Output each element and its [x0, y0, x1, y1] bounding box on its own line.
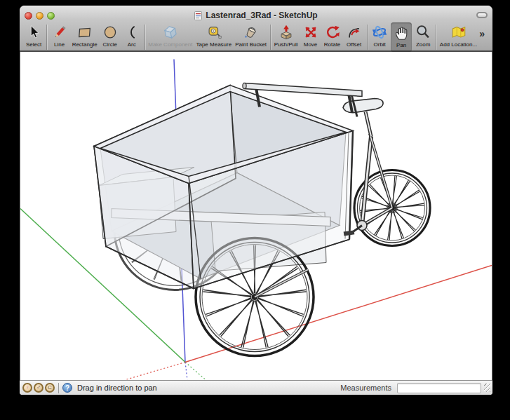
tool-label: Paint Bucket — [235, 41, 267, 48]
magnifier-icon — [414, 23, 432, 41]
orbit-icon — [370, 23, 389, 41]
axis-red-dotted — [126, 363, 185, 380]
pencil-icon — [51, 23, 69, 41]
bicycle-rear — [343, 99, 430, 246]
tool-pan[interactable]: Pan — [391, 22, 412, 52]
tool-label: Line — [54, 41, 65, 48]
measurements-label: Measurements — [340, 384, 391, 392]
tool-line[interactable]: Line — [49, 22, 70, 53]
tool-rectangle[interactable]: Rectangle — [71, 22, 99, 53]
tool-label: Offset — [347, 41, 361, 48]
pan-hand-icon — [392, 24, 410, 41]
statusbar-divider — [58, 383, 59, 393]
tool-zoom[interactable]: Zoom — [412, 22, 434, 53]
status-hint-text: Drag in direction to pan — [77, 384, 157, 392]
help-icon[interactable]: ? — [62, 383, 72, 393]
tool-label: Rotate — [324, 41, 341, 48]
tool-label: Zoom — [416, 41, 430, 48]
select-cursor-icon — [25, 23, 43, 41]
tool-offset[interactable]: Offset — [344, 22, 365, 53]
status-coin-icon-3[interactable]: C — [45, 383, 55, 393]
toolbar: Select Line Rectangle Circle — [20, 22, 492, 53]
window-title: Lastenrad_3Rad - SketchUp — [194, 8, 317, 20]
tool-move[interactable]: Move — [300, 22, 321, 53]
tool-label: Push/Pull — [274, 41, 298, 48]
axis-blue-dotted — [185, 363, 187, 380]
toolbar-separator — [46, 25, 47, 50]
tool-arc[interactable]: Arc — [121, 22, 142, 53]
tool-label: Circle — [102, 41, 116, 48]
tool-label: Rectangle — [72, 41, 98, 48]
map-location-icon — [450, 23, 468, 41]
status-coin-icon-1[interactable]: ♀ — [22, 383, 32, 393]
status-coin-icon-2[interactable]: ♂ — [34, 383, 43, 393]
push-pull-icon — [277, 23, 295, 41]
offset-arrow-icon — [345, 23, 363, 41]
minimize-button[interactable] — [36, 12, 43, 20]
axis-green-dotted — [185, 363, 206, 380]
toolbar-overflow-chevron[interactable]: » — [479, 28, 489, 46]
tool-paint-bucket[interactable]: Paint Bucket — [234, 22, 268, 53]
rotate-arrows-icon — [323, 23, 342, 41]
resize-grip[interactable] — [484, 384, 490, 392]
arc-icon — [123, 23, 141, 41]
tool-label: Orbit — [374, 41, 386, 48]
window-chrome: Lastenrad_3Rad - SketchUp Select Line — [20, 6, 492, 52]
model-viewport[interactable] — [20, 52, 492, 380]
tool-make-component[interactable]: Make Component — [147, 22, 194, 53]
tool-add-location[interactable]: Add Location... — [438, 22, 478, 53]
sketchup-window: Lastenrad_3Rad - SketchUp Select Line — [20, 6, 492, 395]
tool-push-pull[interactable]: Push/Pull — [273, 22, 300, 53]
tool-label: Select — [26, 41, 41, 48]
tool-tape-measure[interactable]: Tape Measure — [194, 22, 233, 53]
toolbar-separator — [270, 25, 271, 50]
tool-label: Make Component — [148, 41, 192, 48]
tool-label: Tape Measure — [196, 41, 231, 48]
tool-label: Move — [304, 41, 318, 48]
toolbar-toggle-button[interactable] — [476, 12, 488, 18]
zoom-window-button[interactable] — [47, 12, 55, 20]
tool-select[interactable]: Select — [23, 22, 44, 53]
tool-label: Pan — [396, 41, 406, 49]
tool-circle[interactable]: Circle — [100, 22, 121, 53]
move-arrows-icon — [302, 23, 320, 41]
tool-orbit[interactable]: Orbit — [369, 22, 390, 53]
measurements-input[interactable] — [397, 383, 481, 393]
close-button[interactable] — [25, 12, 32, 20]
tool-label: Add Location... — [440, 41, 477, 48]
rectangle-icon — [76, 23, 94, 41]
titlebar[interactable]: Lastenrad_3Rad - SketchUp — [20, 6, 492, 22]
circle-icon — [101, 23, 119, 41]
toolbar-separator — [367, 25, 368, 50]
window-title-text: Lastenrad_3Rad - SketchUp — [206, 11, 317, 20]
toolbar-separator — [145, 25, 145, 50]
statusbar: ♀ ♂ C ? Drag in direction to pan Measure… — [20, 380, 492, 395]
model-canvas[interactable] — [20, 52, 492, 380]
tool-label: Arc — [128, 41, 136, 48]
document-icon — [194, 11, 202, 20]
component-cube-icon — [161, 23, 180, 41]
traffic-lights — [25, 12, 55, 20]
tool-rotate[interactable]: Rotate — [322, 22, 343, 53]
toolbar-separator — [436, 25, 436, 50]
tape-measure-icon — [205, 23, 223, 41]
paint-bucket-icon — [242, 23, 260, 41]
